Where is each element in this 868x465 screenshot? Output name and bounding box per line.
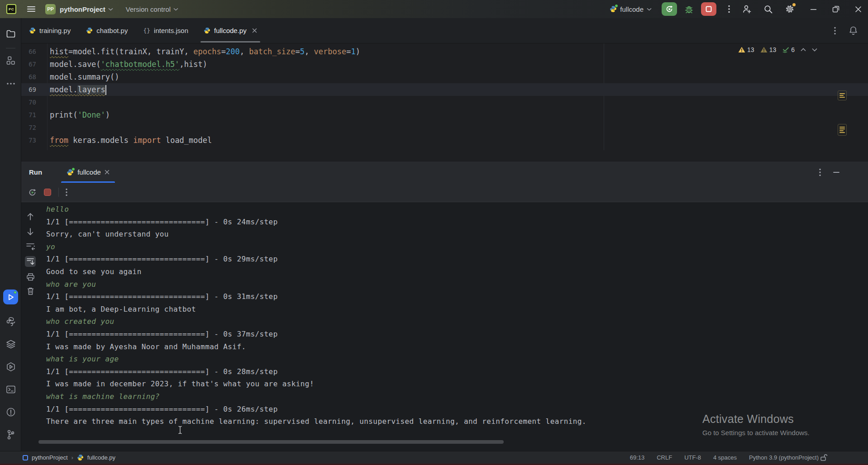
tab-fullcode-py[interactable]: fullcode.py xyxy=(196,18,265,43)
check-squiggle-icon xyxy=(782,47,789,53)
breadcrumb[interactable]: pythonProject › fullcode.py xyxy=(23,454,115,461)
status-item[interactable]: 4 spaces xyxy=(713,454,737,461)
debug-button[interactable] xyxy=(684,5,694,14)
problems-tool-button[interactable] xyxy=(0,407,21,417)
python-file-icon xyxy=(77,454,84,461)
tab-chatbot-py[interactable]: chatbot.py xyxy=(78,18,135,43)
code-line-69[interactable]: 69model.layers xyxy=(21,83,868,96)
editor-more-icon[interactable] xyxy=(834,27,836,35)
scroll-up-icon[interactable] xyxy=(26,212,34,221)
close-tab-icon[interactable] xyxy=(252,28,257,33)
prev-problem-icon[interactable] xyxy=(801,48,806,52)
rerun-icon[interactable] xyxy=(28,188,37,197)
python-console-tool-button[interactable] xyxy=(0,362,21,372)
console-line-output: There are three main types of machine le… xyxy=(46,415,587,428)
python-packages-tool-button[interactable] xyxy=(0,317,21,327)
typo-inspections[interactable]: 6 xyxy=(782,46,795,53)
code-line-70[interactable]: 70 xyxy=(21,96,868,109)
toolbar-more-icon[interactable] xyxy=(66,188,67,196)
soft-wrap-icon[interactable] xyxy=(26,242,35,250)
add-user-button[interactable] xyxy=(742,4,752,14)
close-button[interactable] xyxy=(855,6,862,13)
status-item[interactable]: CRLF xyxy=(657,454,672,461)
scroll-to-end-button[interactable] xyxy=(25,256,36,267)
code-line-68[interactable]: 68model.summary() xyxy=(21,71,868,83)
run-config-name: fullcode xyxy=(620,5,644,13)
scroll-down-icon[interactable] xyxy=(26,227,34,236)
run-panel-title: Run xyxy=(29,168,42,176)
main-menu-icon[interactable] xyxy=(27,5,35,13)
code-line-67[interactable]: 67model.save('chatbotmodel.h5',hist) xyxy=(21,58,868,71)
status-item[interactable]: 69:13 xyxy=(630,454,645,461)
console-horizontal-scrollbar[interactable] xyxy=(38,440,504,444)
bug-icon xyxy=(684,5,694,14)
services-tool-button[interactable] xyxy=(0,339,21,349)
terminal-tool-button[interactable] xyxy=(0,384,21,394)
more-options-button[interactable] xyxy=(728,5,730,13)
line-number: 72 xyxy=(21,121,36,134)
code-line-73[interactable]: 73from keras.models import load_model xyxy=(21,134,868,147)
scroll-to-end-icon xyxy=(26,257,34,266)
console-line-output: I am bot, a Deep-Learning chatbot xyxy=(46,303,587,316)
code-line-74[interactable]: 74 xyxy=(21,147,868,150)
pycharm-window: PC PP pythonProject Version control full… xyxy=(0,0,868,465)
breadcrumb-project[interactable]: pythonProject xyxy=(32,454,68,461)
project-selector[interactable]: pythonProject xyxy=(60,5,113,13)
editor-tab-bar: training.py chatbot.py {} intents.json f… xyxy=(21,18,868,43)
print-icon[interactable] xyxy=(26,273,35,281)
kebab-icon xyxy=(728,5,730,13)
version-control-widget[interactable]: Version control xyxy=(126,5,178,13)
error-stripe-mark[interactable] xyxy=(838,90,847,100)
version-control-tool-button[interactable] xyxy=(0,430,21,440)
run-config-selector[interactable]: fullcode xyxy=(610,5,652,13)
strong-warnings[interactable]: 13 xyxy=(738,46,754,53)
unlocked-padlock-icon[interactable] xyxy=(820,454,827,461)
settings-button[interactable] xyxy=(785,4,795,14)
code-line-71[interactable]: 71print('Done') xyxy=(21,109,868,121)
console-output[interactable]: hello1/1 [==============================… xyxy=(46,203,587,428)
minimize-button[interactable] xyxy=(810,6,817,13)
run-play-icon xyxy=(7,294,14,301)
next-problem-icon[interactable] xyxy=(812,48,817,52)
structure-icon xyxy=(6,56,15,65)
project-tool-button[interactable] xyxy=(0,29,21,39)
code-line-72[interactable]: 72 xyxy=(21,121,868,134)
run-tab-fullcode[interactable]: fullcode xyxy=(60,161,116,183)
error-stripe-mark[interactable] xyxy=(838,124,847,136)
status-bar: pythonProject › fullcode.py 69:13CRLFUTF… xyxy=(0,451,868,464)
project-name: pythonProject xyxy=(60,5,105,13)
run-tool-button[interactable] xyxy=(3,289,18,304)
search-button[interactable] xyxy=(763,5,773,14)
stop-process-icon[interactable] xyxy=(44,189,51,196)
tab-label: fullcode.py xyxy=(214,27,247,34)
notifications-bell-icon[interactable] xyxy=(849,26,858,36)
inspections-widget[interactable]: 13 13 6 xyxy=(738,46,817,53)
restore-icon xyxy=(832,5,839,13)
code-lines: 66hist=model.fit(trainX, trainY, epochs=… xyxy=(21,45,868,150)
structure-tool-button[interactable] xyxy=(0,56,21,65)
restore-button[interactable] xyxy=(832,5,839,13)
rerun-button[interactable] xyxy=(662,2,677,16)
hide-panel-icon[interactable] xyxy=(833,169,840,176)
panel-options-icon[interactable] xyxy=(819,168,821,176)
console-line-input: who are you xyxy=(46,278,587,291)
tab-label: chatbot.py xyxy=(96,27,128,34)
tab-intents-json[interactable]: {} intents.json xyxy=(135,18,196,43)
close-tab-icon[interactable] xyxy=(105,170,110,175)
more-tools-button[interactable] xyxy=(0,82,21,85)
line-number: 68 xyxy=(21,71,36,83)
minimize-icon xyxy=(810,6,817,13)
text-caret xyxy=(105,85,106,95)
tab-training-py[interactable]: training.py xyxy=(21,18,78,43)
status-item[interactable]: Python 3.9 (pythonProject) xyxy=(749,454,819,461)
code-editor[interactable]: 66hist=model.fit(trainX, trainY, epochs=… xyxy=(21,43,868,150)
code-text: print('Done') xyxy=(50,109,110,121)
stop-button[interactable] xyxy=(701,2,716,16)
mouse-ibeam-cursor xyxy=(177,426,183,434)
running-indicator xyxy=(72,167,75,171)
status-item[interactable]: UTF-8 xyxy=(684,454,701,461)
weak-warnings[interactable]: 13 xyxy=(760,46,777,53)
strong-warning-count: 13 xyxy=(747,46,754,53)
clear-console-trash-icon[interactable] xyxy=(27,287,34,295)
breadcrumb-file[interactable]: fullcode.py xyxy=(87,454,115,461)
